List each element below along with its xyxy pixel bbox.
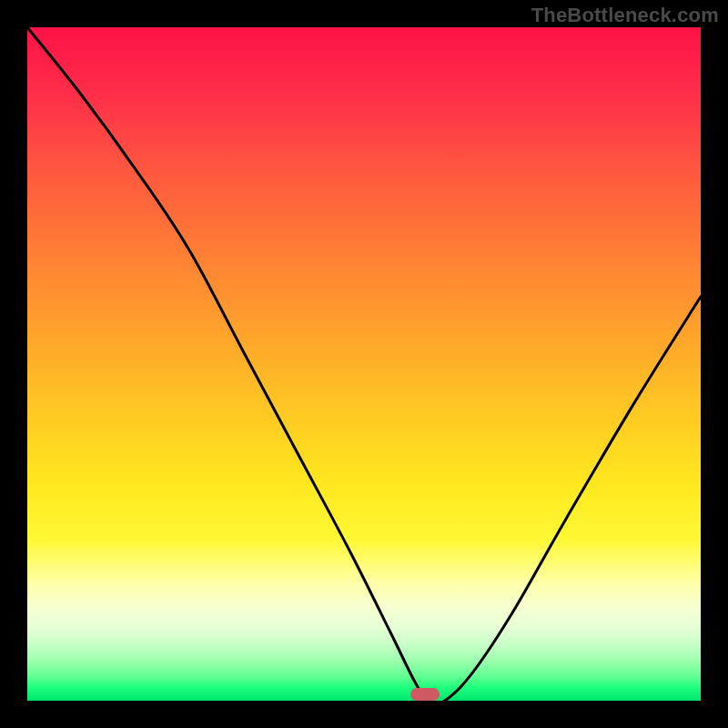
plot-area bbox=[27, 27, 701, 701]
curve-path bbox=[27, 27, 701, 701]
chart-frame: TheBottleneck.com bbox=[0, 0, 728, 728]
bottleneck-curve bbox=[27, 27, 701, 701]
watermark-text: TheBottleneck.com bbox=[531, 4, 719, 27]
optimal-point-marker bbox=[410, 688, 440, 701]
